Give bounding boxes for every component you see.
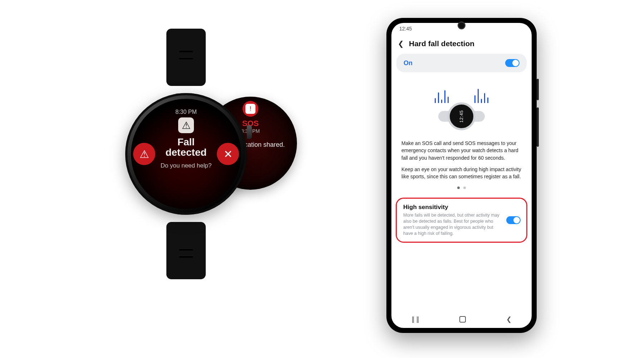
illustration: 12:45 xyxy=(391,74,532,136)
phone-device: 12:45 ❮ Hard fall detection On xyxy=(386,18,537,333)
watch-device: 8:30 PM ⚠ Fall detected Do you need help… xyxy=(93,29,279,279)
sos-button[interactable]: ⚠ xyxy=(133,143,155,165)
watch-time: 8:30 PM xyxy=(175,109,197,115)
pager-dot-2[interactable] xyxy=(463,187,466,189)
back-button[interactable]: ❮ xyxy=(506,315,512,323)
phone-volume-rocker[interactable] xyxy=(537,107,539,147)
watch-illustration: 12:45 xyxy=(438,100,485,132)
watch-case: 8:30 PM ⚠ Fall detected Do you need help… xyxy=(125,93,247,215)
pager-dot-1[interactable] xyxy=(457,187,460,189)
dismiss-button[interactable]: ✕ xyxy=(217,143,239,165)
description-paragraph-2: Keep an eye on your watch during high im… xyxy=(391,162,532,181)
master-toggle-switch[interactable] xyxy=(505,59,519,67)
fall-detected-title: Fall detected xyxy=(165,137,206,158)
back-icon[interactable]: ❮ xyxy=(398,39,404,48)
high-sensitivity-desc: More falls will be detected, but other a… xyxy=(403,212,502,237)
page-title: Hard fall detection xyxy=(409,39,474,48)
front-camera xyxy=(458,21,465,29)
alert-icon: ⚠ xyxy=(178,117,194,133)
status-time: 12:45 xyxy=(399,26,412,32)
close-icon: ✕ xyxy=(224,148,233,160)
fall-detected-subtitle: Do you need help? xyxy=(161,162,212,169)
android-nav-bar: ‖ ‖ ❮ xyxy=(391,311,532,328)
illustration-watch-time: 12:45 xyxy=(459,110,464,122)
high-sensitivity-switch[interactable] xyxy=(506,216,521,224)
home-button[interactable] xyxy=(459,316,466,323)
high-sensitivity-row[interactable]: High sensitivity More falls will be dete… xyxy=(396,198,527,243)
description-paragraph-1: Make an SOS call and send SOS messages t… xyxy=(391,136,532,162)
alert-icon: ⚠ xyxy=(140,148,149,160)
watch-strap-bottom xyxy=(166,222,206,279)
high-sensitivity-title: High sensitivity xyxy=(403,204,502,211)
watch-dial: 8:30 PM ⚠ Fall detected Do you need help… xyxy=(131,99,241,209)
phone-screen: 12:45 ❮ Hard fall detection On xyxy=(391,23,532,328)
watch-strap-top xyxy=(166,29,206,86)
pager-dots[interactable] xyxy=(391,181,532,195)
master-toggle-label: On xyxy=(404,59,413,67)
page-header: ❮ Hard fall detection xyxy=(391,34,532,52)
recents-button[interactable]: ‖ ‖ xyxy=(411,315,419,323)
phone-side-button[interactable] xyxy=(537,79,539,100)
master-toggle-row[interactable]: On xyxy=(396,54,527,72)
watch-crown[interactable] xyxy=(247,125,252,139)
